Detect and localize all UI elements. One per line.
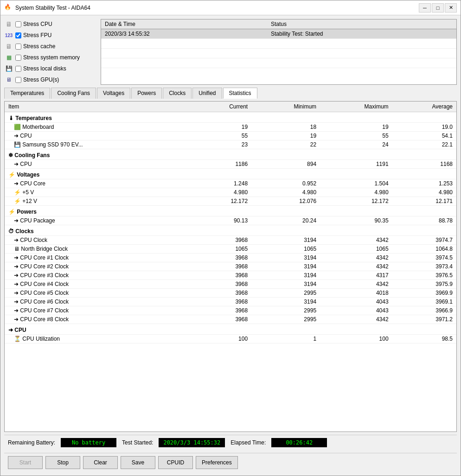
stop-button[interactable]: Stop <box>45 456 80 469</box>
min-ssd-temp: 22 <box>251 140 320 149</box>
item-core4-clock: ➜ CPU Core #4 Clock <box>5 280 192 289</box>
app-icon: 🔥 <box>4 4 13 12</box>
min-cpu-fan: 894 <box>251 160 320 169</box>
item-motherboard: 🟩 Motherboard <box>5 123 192 132</box>
start-button[interactable]: Start <box>8 456 43 469</box>
item-core6-clock: ➜ CPU Core #6 Clock <box>5 298 192 306</box>
log-header-datetime: Date & Time <box>101 19 267 29</box>
max-core7-clock: 4043 <box>320 306 392 315</box>
avg-core7-clock: 3966.9 <box>392 306 456 315</box>
tab-cooling-fans[interactable]: Cooling Fans <box>51 88 96 99</box>
min-12v: 12.076 <box>251 197 320 206</box>
stress-cpu-checkbox[interactable] <box>15 21 21 27</box>
current-motherboard: 19 <box>192 123 251 132</box>
clear-button[interactable]: Clear <box>83 456 118 469</box>
stress-cpu-label: Stress CPU <box>23 21 52 27</box>
row-cpu-temp: ➜ CPU 55 19 55 54.1 <box>5 132 456 140</box>
category-voltages-label: ⚡ Voltages <box>5 169 456 179</box>
row-core1-clock: ➜ CPU Core #1 Clock 3968 3194 4342 3974.… <box>5 254 456 262</box>
button-bar: Start Stop Clear Save CPUID Preferences <box>4 453 457 472</box>
tab-voltages[interactable]: Voltages <box>97 88 130 99</box>
max-core5-clock: 4018 <box>320 289 392 298</box>
current-core7-clock: 3968 <box>192 306 251 315</box>
battery-value: No battery <box>61 438 116 447</box>
log-table: Date & Time Status 2020/3/3 14:55:32 Sta… <box>101 19 457 85</box>
stress-gpu-checkbox[interactable] <box>15 77 21 83</box>
log-header-status: Status <box>267 19 456 29</box>
row-core7-clock: ➜ CPU Core #7 Clock 3968 2995 4043 3966.… <box>5 306 456 315</box>
current-12v: 12.172 <box>192 197 251 206</box>
avg-core6-clock: 3969.1 <box>392 298 456 306</box>
avg-12v: 12.171 <box>392 197 456 206</box>
max-12v: 12.172 <box>320 197 392 206</box>
stress-options-panel: 🖥 Stress CPU 123 Stress FPU 🖥 Stress cac… <box>4 19 97 85</box>
item-12v: ⚡ +12 V <box>5 197 192 206</box>
item-core2-clock: ➜ CPU Core #2 Clock <box>5 262 192 271</box>
title-bar: 🔥 System Stability Test - AIDA64 ─ □ ✕ <box>0 0 461 15</box>
current-5v: 4.980 <box>192 188 251 197</box>
category-cpu: ➜ CPU <box>5 324 456 335</box>
max-core8-clock: 4342 <box>320 315 392 324</box>
avg-core4-clock: 3975.9 <box>392 280 456 289</box>
current-cpu-core-volt: 1.248 <box>192 179 251 188</box>
tab-powers[interactable]: Powers <box>131 88 162 99</box>
category-powers-label: ⚡ Powers <box>5 206 456 216</box>
max-core2-clock: 4342 <box>320 262 392 271</box>
stress-mem-item: ▦ Stress system memory <box>4 52 97 63</box>
min-core7-clock: 2995 <box>251 306 320 315</box>
category-cpu-label: ➜ CPU <box>5 324 456 335</box>
cpuid-button[interactable]: CPUID <box>158 456 193 469</box>
log-empty-row2 <box>101 49 456 58</box>
item-cpu-package: ➜ CPU Package <box>5 216 192 225</box>
tabs-container: Temperatures Cooling Fans Voltages Power… <box>4 88 457 99</box>
stress-fpu-label: Stress FPU <box>23 32 51 38</box>
stats-container[interactable]: Item Current Minimum Maximum Average 🌡 T… <box>4 101 457 432</box>
item-cpu-util: ⏳ CPU Utilization <box>5 335 192 343</box>
stress-fpu-checkbox[interactable] <box>15 32 21 38</box>
avg-core2-clock: 3973.4 <box>392 262 456 271</box>
close-button[interactable]: ✕ <box>445 3 457 13</box>
min-core3-clock: 3194 <box>251 271 320 280</box>
stress-mem-checkbox[interactable] <box>15 55 21 61</box>
item-core8-clock: ➜ CPU Core #8 Clock <box>5 315 192 324</box>
category-clocks: ⏱ Clocks <box>5 225 456 236</box>
tab-temperatures[interactable]: Temperatures <box>4 88 50 99</box>
item-core5-clock: ➜ CPU Core #5 Clock <box>5 289 192 298</box>
preferences-button[interactable]: Preferences <box>196 456 238 469</box>
maximize-button[interactable]: □ <box>432 3 444 13</box>
log-empty-row1 <box>101 39 456 49</box>
max-cpu-core-volt: 1.504 <box>320 179 392 188</box>
tab-clocks[interactable]: Clocks <box>163 88 192 99</box>
row-nb-clock: 🖥 North Bridge Clock 1065 1065 1065 1064… <box>5 245 456 254</box>
save-button[interactable]: Save <box>121 456 155 469</box>
stress-cache-checkbox[interactable] <box>15 44 21 50</box>
disk-icon: 💾 <box>4 65 13 72</box>
stress-disk-checkbox[interactable] <box>15 66 21 72</box>
tab-unified[interactable]: Unified <box>192 88 222 99</box>
current-core1-clock: 3968 <box>192 254 251 262</box>
avg-cpu-util: 98.5 <box>392 335 456 343</box>
category-temperatures-label: 🌡 Temperatures <box>5 112 456 123</box>
current-cpu-package: 90.13 <box>192 216 251 225</box>
tab-statistics[interactable]: Statistics <box>223 88 257 99</box>
avg-5v: 4.980 <box>392 188 456 197</box>
stress-disk-label: Stress local disks <box>23 65 66 72</box>
row-core5-clock: ➜ CPU Core #5 Clock 3968 2995 4018 3969.… <box>5 289 456 298</box>
stats-header-current: Current <box>192 102 251 112</box>
min-cpu-temp: 19 <box>251 132 320 140</box>
current-core3-clock: 3968 <box>192 271 251 280</box>
item-cpu-temp: ➜ CPU <box>5 132 192 140</box>
elapsed-value: 00:26:42 <box>271 438 327 447</box>
category-cooling-fans-label: ❄ Cooling Fans <box>5 149 456 160</box>
avg-core3-clock: 3976.5 <box>392 271 456 280</box>
max-cpu-util: 100 <box>320 335 392 343</box>
log-table-inner: Date & Time Status 2020/3/3 14:55:32 Sta… <box>101 19 456 68</box>
elapsed-label: Elapsed Time: <box>230 439 266 446</box>
minimize-button[interactable]: ─ <box>419 3 431 13</box>
current-ssd-temp: 23 <box>192 140 251 149</box>
avg-cpu-core-volt: 1.253 <box>392 179 456 188</box>
row-ssd-temp: 💾 Samsung SSD 970 EV... 23 22 24 22.1 <box>5 140 456 149</box>
row-core4-clock: ➜ CPU Core #4 Clock 3968 3194 4342 3975.… <box>5 280 456 289</box>
row-12v: ⚡ +12 V 12.172 12.076 12.172 12.171 <box>5 197 456 206</box>
log-row: 2020/3/3 14:55:32 Stability Test: Starte… <box>101 29 456 39</box>
